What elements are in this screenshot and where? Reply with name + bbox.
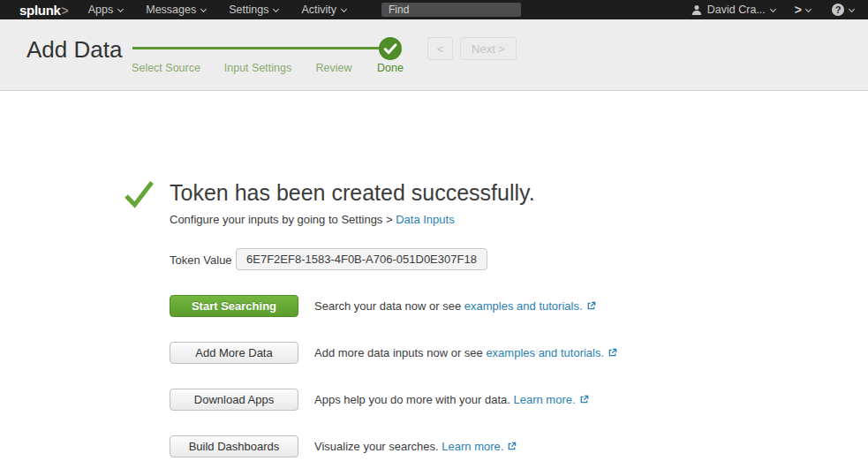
chevron-down-icon [341,5,347,11]
step-select-source: Select Source [132,62,200,74]
step-review: Review [316,62,352,74]
build-dashboards-button[interactable]: Build Dashboards [170,435,298,457]
nav-menu-messages[interactable]: Messages [146,4,206,16]
step-input-settings: Input Settings [224,62,291,74]
learn-more-link[interactable]: Learn more. [513,393,575,406]
quick-links-menu[interactable]: > [795,3,811,17]
next-button[interactable]: Next > [460,37,517,60]
help-menu[interactable]: ? [832,4,854,16]
description-text: Search your data now or see [314,299,464,313]
user-menu[interactable]: David Cra... [691,4,775,16]
success-heading: Token has been created successfully. [170,180,535,206]
nav-menu-apps[interactable]: Apps [88,4,124,16]
nav-menu-settings[interactable]: Settings [229,4,278,16]
help-icon: ? [832,4,844,16]
step-done: Done [377,62,404,74]
splunk-logo-caret: > [62,4,69,18]
token-value-label: Token Value [170,253,232,267]
find-search-input[interactable] [381,3,521,17]
nav-menu-settings-label: Settings [229,4,268,16]
chevron-down-icon [770,5,776,11]
description-text: Visualize your searches. [314,440,442,453]
action-row-download-apps: Download Apps Apps help you do more with… [170,389,589,411]
progress-bar [132,47,381,49]
action-row-start-searching: Start Searching Search your data now or … [170,295,596,317]
examples-tutorials-link[interactable]: examples and tutorials. [464,299,583,313]
learn-more-link[interactable]: Learn more. [442,440,503,453]
data-inputs-link[interactable]: Data Inputs [396,213,455,226]
examples-tutorials-link[interactable]: examples and tutorials. [486,346,604,359]
nav-menu-apps-label: Apps [88,4,114,16]
external-link-icon[interactable] [579,394,589,407]
chevron-down-icon [849,5,855,11]
add-more-data-description: Add more data inputs now or see examples… [314,346,617,360]
download-apps-description: Apps help you do more with your data. Le… [314,393,589,407]
nav-menu-activity-label: Activity [301,4,336,16]
description-text: Apps help you do more with your data. [314,393,513,406]
page-title: Add Data [26,36,122,64]
external-link-icon[interactable] [507,441,517,454]
user-icon [691,4,702,15]
arrow-right-icon: > [795,3,801,17]
token-value-field: 6E7F2EF8-1583-4F0B-A706-051D0E307F18 [236,248,487,270]
configure-inputs-prefix: Configure your inputs by going to Settin… [170,213,396,226]
add-data-header: Add Data Select Source Input Settings Re… [0,19,868,91]
nav-menu-activity[interactable]: Activity [301,4,346,16]
start-searching-button[interactable]: Start Searching [170,295,298,317]
top-navigation-bar: splunk > Apps Messages Settings Activity… [0,0,868,19]
external-link-icon[interactable] [586,300,596,314]
back-button[interactable]: < [427,37,453,60]
success-check-icon [121,176,156,215]
chevron-down-icon [273,5,279,11]
splunk-logo[interactable]: splunk > [19,3,69,18]
done-check-icon [379,37,402,60]
user-name: David Cra... [707,4,766,16]
configure-inputs-text: Configure your inputs by going to Settin… [170,213,455,226]
download-apps-button[interactable]: Download Apps [170,389,298,411]
splunk-logo-text: splunk [19,3,61,18]
external-link-icon[interactable] [608,347,617,360]
chevron-down-icon [200,5,207,11]
chevron-down-icon [805,5,811,11]
action-row-build-dashboards: Build Dashboards Visualize your searches… [170,435,517,457]
action-row-add-more-data: Add More Data Add more data inputs now o… [170,342,617,364]
description-text: Add more data inputs now or see [314,346,486,359]
start-searching-description: Search your data now or see examples and… [314,299,596,314]
add-more-data-button[interactable]: Add More Data [170,342,298,364]
chevron-down-icon [117,5,124,11]
build-dashboards-description: Visualize your searches. Learn more. [314,440,517,454]
nav-menu-messages-label: Messages [146,4,196,16]
